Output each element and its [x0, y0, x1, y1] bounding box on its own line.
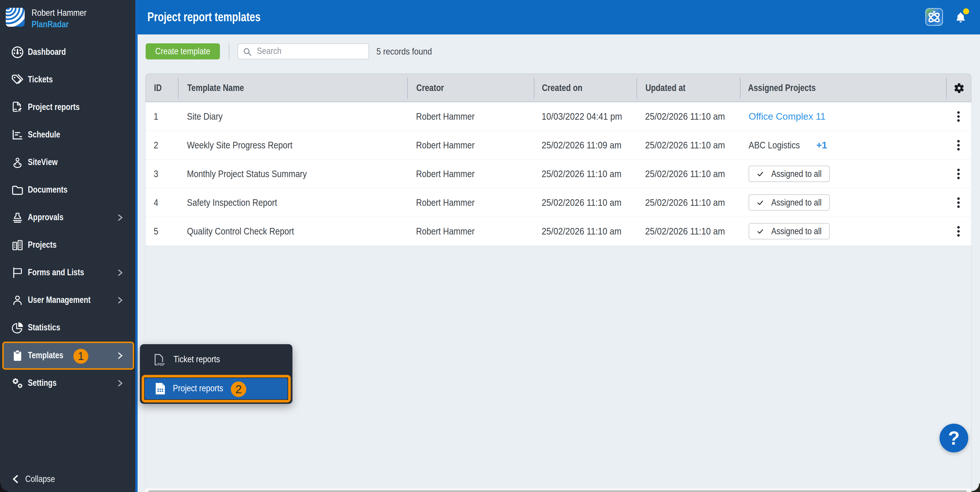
- svg-text:PDF: PDF: [158, 362, 165, 367]
